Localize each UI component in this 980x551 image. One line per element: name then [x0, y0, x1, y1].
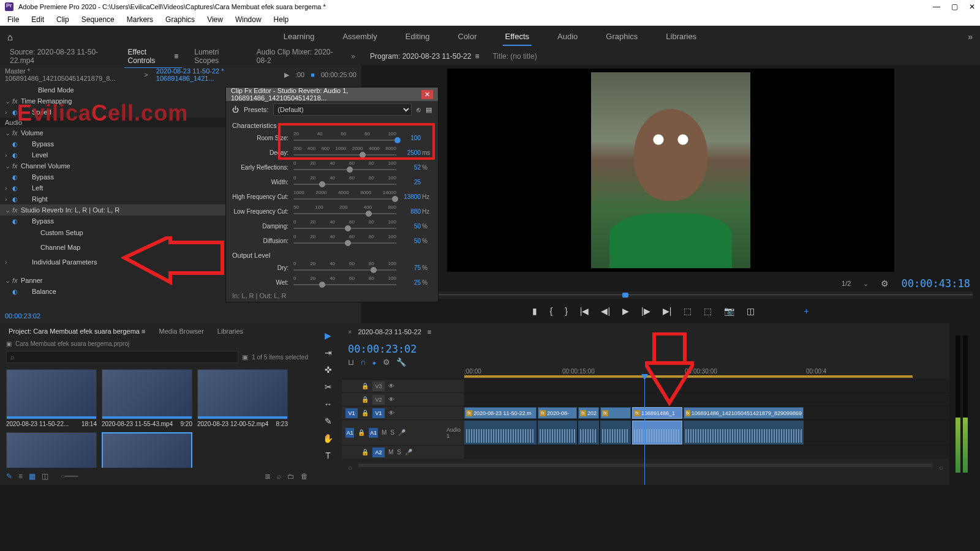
- ws-graphics[interactable]: Graphics: [603, 28, 640, 46]
- goto-out-icon[interactable]: ▶|: [663, 306, 672, 316]
- add-button[interactable]: +: [804, 306, 809, 316]
- snap-icon[interactable]: ⊔: [348, 358, 354, 367]
- step-back-icon[interactable]: ◀|: [601, 306, 610, 316]
- ws-learning[interactable]: Learning: [281, 28, 317, 46]
- track-v2[interactable]: V2: [372, 395, 385, 405]
- minimize-icon[interactable]: —: [933, 2, 940, 11]
- bin-thumb[interactable]: [6, 432, 97, 468]
- in-icon[interactable]: {: [549, 306, 552, 316]
- slider-track[interactable]: 100020004000800014000: [293, 191, 396, 202]
- mute-icon[interactable]: M: [382, 429, 386, 436]
- audio-clip[interactable]: [600, 421, 631, 444]
- wrench-icon[interactable]: 🔧: [396, 358, 406, 367]
- track-v3[interactable]: V3: [372, 381, 385, 391]
- timeline-clip[interactable]: fx106891486_1: [632, 407, 682, 419]
- slider-track[interactable]: 50100200400800: [293, 206, 396, 217]
- master-link[interactable]: 2020-08-23 11-50-22 * 106891486_1421...: [156, 67, 278, 82]
- tab-program[interactable]: Program: 2020-08-23 11-50-22 ≡: [368, 50, 481, 63]
- bin-thumb[interactable]: [102, 369, 192, 419]
- tab-libraries[interactable]: Libraries: [215, 326, 246, 337]
- menu-view[interactable]: View: [207, 15, 223, 24]
- src-v1[interactable]: V1: [345, 408, 358, 418]
- delete-icon[interactable]: 🗑: [301, 472, 308, 481]
- tab-mixer[interactable]: Audio Clip Mixer: 2020-08-2: [253, 45, 343, 67]
- slider-track[interactable]: 020406080100: [293, 235, 396, 246]
- ws-audio[interactable]: Audio: [555, 28, 580, 46]
- tab-media-browser[interactable]: Media Browser: [156, 326, 206, 337]
- menu-clip[interactable]: Clip: [56, 15, 69, 24]
- sort-icon[interactable]: ≣: [265, 472, 271, 481]
- menu-graphics[interactable]: Graphics: [165, 15, 195, 24]
- marker-icon[interactable]: ▮: [532, 306, 537, 316]
- slider-track[interactable]: 020406080100: [293, 162, 396, 173]
- home-icon[interactable]: ⌂: [7, 32, 13, 42]
- freeform-icon[interactable]: ◫: [42, 472, 48, 481]
- marker-add-icon[interactable]: ⬥: [372, 358, 377, 367]
- menu-markers[interactable]: Markers: [127, 15, 153, 24]
- ripple-edit-icon[interactable]: ✜: [325, 365, 332, 375]
- src-a1[interactable]: A1: [345, 428, 354, 438]
- timeline-clip[interactable]: fx106891486_1421050451421879_829099869: [684, 407, 804, 419]
- tab-source[interactable]: Source: 2020-08-23 11-50-22.mp4: [6, 45, 116, 67]
- extract-icon[interactable]: ⬚: [704, 306, 712, 316]
- bin-thumb[interactable]: [102, 432, 192, 468]
- play-icon[interactable]: ▶: [622, 306, 629, 316]
- timeline-clip[interactable]: fx: [600, 407, 631, 419]
- new-item-icon[interactable]: ✎: [6, 472, 12, 481]
- slider-track[interactable]: 020406080100: [293, 220, 396, 231]
- out-icon[interactable]: }: [565, 306, 568, 316]
- timeline-clip[interactable]: fx2020-08-23 11-50-22.m: [464, 407, 537, 419]
- tab-project[interactable]: Project: Cara Membuat efek suara bergema…: [6, 326, 148, 337]
- slider-track[interactable]: 020406080100: [293, 262, 396, 273]
- export-frame-icon[interactable]: 📷: [724, 306, 734, 316]
- bin-thumb[interactable]: [197, 369, 288, 419]
- icon-view-icon[interactable]: ▦: [29, 472, 36, 481]
- slider-value[interactable]: 25: [396, 279, 421, 286]
- solo-icon[interactable]: S: [390, 429, 394, 436]
- tab-effect-controls[interactable]: Effect Controls ≡: [124, 45, 183, 68]
- slider-value[interactable]: 75: [396, 264, 421, 271]
- linked-sel-icon[interactable]: ∩: [360, 358, 366, 367]
- new-bin-icon[interactable]: 🗀: [287, 472, 295, 481]
- program-scale[interactable]: 1/2: [842, 280, 851, 287]
- settings-icon[interactable]: ⚙: [383, 358, 390, 367]
- razor-tool-icon[interactable]: ✂: [325, 382, 332, 392]
- slider-value[interactable]: 25: [396, 179, 421, 186]
- list-view-icon[interactable]: ≡: [18, 472, 23, 481]
- comparison-icon[interactable]: ◫: [747, 306, 755, 316]
- bin-view-icon[interactable]: ▣: [242, 353, 248, 361]
- track-v1[interactable]: V1: [372, 408, 385, 418]
- slip-tool-icon[interactable]: ↔: [324, 399, 333, 409]
- goto-in-icon[interactable]: |◀: [580, 306, 589, 316]
- track-a1[interactable]: A1: [369, 428, 377, 438]
- lock-icon[interactable]: 🔒: [361, 383, 369, 389]
- ws-effects[interactable]: Effects: [503, 28, 532, 46]
- preset-select[interactable]: (Default): [273, 103, 412, 116]
- step-fwd-icon[interactable]: |▶: [641, 306, 650, 316]
- ws-assembly[interactable]: Assembly: [340, 28, 379, 46]
- preset-menu-icon[interactable]: ▤: [426, 106, 432, 114]
- ws-color[interactable]: Color: [455, 28, 479, 46]
- type-tool-icon[interactable]: T: [325, 451, 331, 460]
- overflow-icon[interactable]: »: [968, 32, 973, 42]
- settings-icon[interactable]: ⚙: [881, 279, 889, 288]
- preset-more-icon[interactable]: ⎋: [417, 106, 421, 113]
- sequence-name[interactable]: 2020-08-23 11-50-22: [358, 328, 421, 335]
- bin-thumb[interactable]: [6, 369, 97, 419]
- pen-tool-icon[interactable]: ✎: [325, 416, 332, 426]
- slider-track[interactable]: 020406080100: [293, 176, 396, 187]
- ws-editing[interactable]: Editing: [403, 28, 432, 46]
- slider-value[interactable]: 880: [396, 208, 421, 215]
- slider-value[interactable]: 13800: [396, 193, 421, 200]
- menu-file[interactable]: File: [7, 15, 19, 24]
- lift-icon[interactable]: ⬚: [684, 306, 692, 316]
- fx-close-icon[interactable]: ✕: [421, 90, 433, 99]
- ws-libraries[interactable]: Libraries: [663, 28, 699, 46]
- audio-clip[interactable]: [538, 421, 577, 444]
- program-monitor[interactable]: [447, 69, 894, 272]
- track-a2[interactable]: A2: [372, 448, 385, 457]
- timeline-clip[interactable]: fx202: [578, 407, 599, 419]
- audio-clip[interactable]: [578, 421, 599, 444]
- menu-window[interactable]: Window: [235, 15, 262, 24]
- track-select-icon[interactable]: ⇥: [325, 348, 332, 358]
